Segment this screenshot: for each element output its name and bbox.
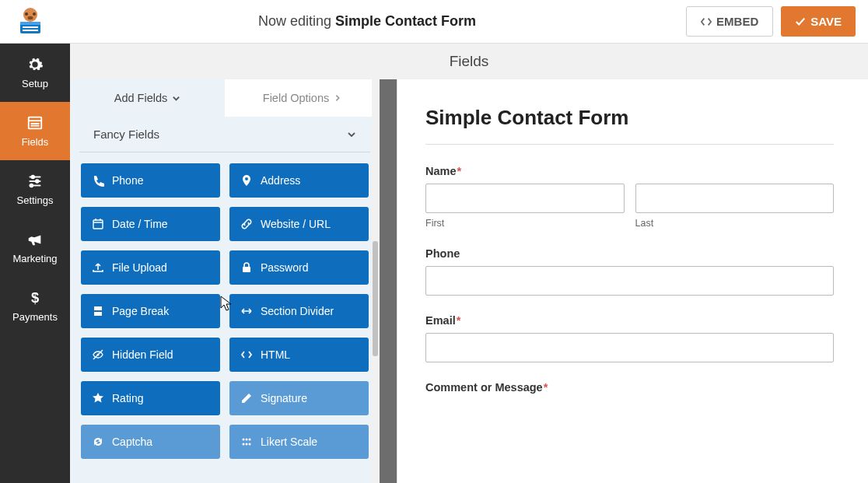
- top-bar: Now editing Simple Contact Form EMBED SA…: [0, 0, 868, 44]
- gear-icon: [26, 56, 44, 73]
- sidebar-item-setup[interactable]: Setup: [0, 44, 70, 102]
- sidebar-item-label: Fields: [22, 136, 49, 148]
- arrows-icon: [240, 305, 253, 317]
- form-preview: Simple Contact Form Name* First Last: [397, 79, 868, 483]
- svg-point-3: [28, 16, 33, 19]
- editing-prefix: Now editing: [258, 13, 335, 29]
- field-group-header[interactable]: Fancy Fields: [79, 117, 370, 152]
- field-label: Date / Time: [112, 218, 168, 230]
- field-likert-scale[interactable]: Likert Scale: [229, 425, 369, 459]
- sidebar-item-label: Marketing: [12, 253, 57, 264]
- check-icon: [795, 16, 806, 27]
- field-grid: PhoneAddressDate / TimeWebsite / URLFile…: [70, 152, 380, 470]
- sidebar-item-fields[interactable]: Fields: [0, 102, 70, 160]
- field-html[interactable]: HTML: [229, 338, 369, 372]
- app-logo: [12, 6, 48, 37]
- tab-add-fields[interactable]: Add Fields: [70, 79, 225, 117]
- svg-point-16: [36, 180, 39, 183]
- link-icon: [240, 218, 253, 230]
- sidebar-item-label: Setup: [22, 78, 48, 89]
- field-label: Likert Scale: [261, 436, 317, 448]
- field-phone[interactable]: Phone: [81, 163, 220, 198]
- sidebar-item-label: Payments: [12, 311, 58, 323]
- field-label: Section Divider: [261, 305, 334, 317]
- lock-icon: [240, 261, 253, 274]
- calendar-icon: [92, 218, 104, 230]
- svg-point-30: [249, 439, 251, 441]
- center-header: Fields: [70, 44, 868, 79]
- field-address[interactable]: Address: [229, 163, 369, 198]
- phone-input[interactable]: [425, 266, 834, 296]
- form-field-email[interactable]: Email*: [425, 314, 834, 362]
- field-label: Signature: [261, 392, 307, 404]
- form-field-message[interactable]: Comment or Message*: [425, 381, 834, 394]
- svg-rect-23: [243, 267, 250, 272]
- form-icon: [26, 114, 44, 131]
- svg-rect-5: [20, 22, 40, 25]
- field-label: File Upload: [112, 261, 167, 274]
- svg-point-15: [31, 176, 34, 179]
- dollar-icon: $: [26, 289, 44, 306]
- panel-tabs: Add Fields Field Options: [70, 79, 380, 117]
- field-label: Phone: [425, 247, 834, 260]
- field-label: Captcha: [112, 436, 152, 448]
- save-button[interactable]: SAVE: [781, 6, 856, 37]
- field-label: HTML: [261, 348, 290, 361]
- svg-point-33: [249, 443, 251, 446]
- email-input[interactable]: [425, 333, 834, 362]
- svg-point-31: [243, 443, 245, 446]
- field-label: Page Break: [112, 305, 169, 317]
- field-hidden-field[interactable]: Hidden Field: [81, 338, 220, 372]
- pencil-icon: [240, 392, 253, 404]
- field-page-break[interactable]: Page Break: [81, 294, 220, 328]
- eye-slash-icon: [92, 348, 104, 361]
- svg-rect-7: [23, 30, 38, 31]
- phone-icon: [92, 174, 104, 187]
- sidebar-item-payments[interactable]: $ Payments: [0, 277, 70, 335]
- field-label: Address: [261, 174, 300, 187]
- field-section-divider[interactable]: Section Divider: [229, 294, 369, 328]
- tab-field-options[interactable]: Field Options: [225, 79, 380, 117]
- last-name-input[interactable]: [635, 184, 835, 213]
- svg-point-28: [243, 439, 245, 441]
- sidebar-item-label: Settings: [17, 194, 54, 206]
- field-website-url[interactable]: Website / URL: [229, 207, 369, 241]
- panel-scrollbar[interactable]: [372, 79, 380, 483]
- chevron-down-icon: [172, 94, 180, 103]
- sliders-icon: [26, 173, 44, 190]
- sidebar-item-settings[interactable]: Settings: [0, 160, 70, 219]
- svg-rect-25: [94, 312, 102, 316]
- field-captcha[interactable]: Captcha: [81, 425, 220, 459]
- fields-panel: Add Fields Field Options Fancy Fields Ph…: [70, 79, 380, 483]
- field-label: Rating: [112, 392, 143, 404]
- svg-rect-24: [94, 306, 102, 310]
- panel-divider[interactable]: [380, 79, 397, 483]
- pin-icon: [240, 174, 253, 187]
- bullhorn-icon: [26, 231, 44, 248]
- embed-button[interactable]: EMBED: [686, 6, 773, 37]
- form-field-name[interactable]: Name* First Last: [425, 165, 834, 229]
- field-label: Password: [261, 261, 308, 274]
- pagebreak-icon: [92, 305, 104, 317]
- field-password[interactable]: Password: [229, 250, 369, 285]
- field-label: Website / URL: [261, 218, 331, 230]
- first-name-input[interactable]: [425, 184, 625, 213]
- field-date-time[interactable]: Date / Time: [81, 207, 220, 241]
- form-name: Simple Contact Form: [335, 13, 476, 29]
- field-file-upload[interactable]: File Upload: [81, 250, 220, 285]
- svg-rect-19: [93, 220, 103, 229]
- svg-point-17: [30, 184, 33, 187]
- dots-icon: [240, 436, 253, 448]
- field-rating[interactable]: Rating: [81, 381, 220, 415]
- svg-rect-6: [23, 26, 38, 28]
- svg-text:$: $: [31, 289, 39, 306]
- form-field-phone[interactable]: Phone: [425, 247, 834, 296]
- sublabel-last: Last: [635, 218, 835, 229]
- star-icon: [92, 392, 104, 404]
- code-icon: [240, 348, 253, 361]
- field-signature[interactable]: Signature: [229, 381, 369, 415]
- scrollbar-thumb[interactable]: [373, 241, 378, 356]
- main-sidebar: Setup Fields Settings Marketing $ Paymen…: [0, 44, 70, 483]
- sidebar-item-marketing[interactable]: Marketing: [0, 219, 70, 277]
- form-title: Simple Contact Form: [425, 106, 834, 130]
